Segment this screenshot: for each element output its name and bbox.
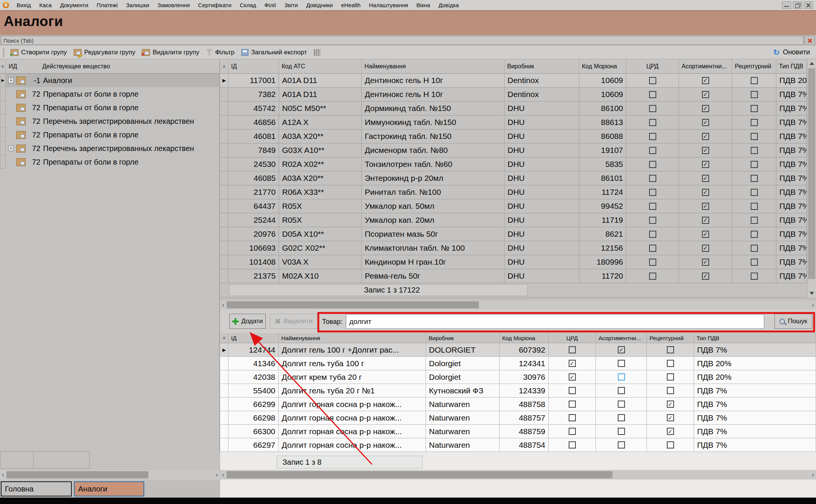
- menu-item-14[interactable]: Довідка: [434, 0, 463, 10]
- menu-item-4[interactable]: Залишки: [122, 0, 154, 10]
- menu-item-11[interactable]: eHealth: [337, 0, 365, 10]
- crd-checkbox[interactable]: [649, 273, 656, 280]
- main-col-header-0[interactable]: ІД: [228, 59, 279, 73]
- prescription-checkbox[interactable]: [751, 91, 758, 98]
- crd-checkbox[interactable]: [569, 401, 576, 408]
- bottom-col-header-4[interactable]: ЦРД: [549, 333, 596, 343]
- assortment-checkbox[interactable]: ✓: [702, 189, 709, 196]
- toolbar-button-filter[interactable]: Фільтр: [203, 47, 238, 58]
- assortment-checkbox[interactable]: [618, 387, 625, 394]
- assortment-checkbox[interactable]: ✓: [702, 259, 709, 266]
- scroll-thumb[interactable]: [227, 301, 479, 308]
- toolbar-button-columns[interactable]: [310, 47, 324, 58]
- scroll-right-button[interactable]: ›: [810, 470, 816, 479]
- prescription-checkbox[interactable]: ✓: [667, 428, 674, 435]
- toolbar-button-create-group[interactable]: Створити групу: [7, 47, 70, 58]
- main-col-header-6[interactable]: Асортиментни...: [679, 59, 732, 73]
- assortment-checkbox[interactable]: [618, 360, 625, 367]
- scroll-right-button[interactable]: ›: [810, 300, 816, 310]
- tab-1[interactable]: Аналоги: [74, 481, 144, 496]
- search-button[interactable]: Пошук: [774, 314, 812, 329]
- crd-checkbox[interactable]: [649, 259, 656, 266]
- search-input[interactable]: [1, 36, 804, 45]
- tree-row[interactable]: 72Препараты от боли в горле: [0, 87, 219, 101]
- menu-item-3[interactable]: Платежі: [93, 0, 122, 10]
- crd-checkbox[interactable]: [649, 77, 656, 84]
- main-table-row[interactable]: 25244R05XУмкалор кап. 20млDHU11719✓ПДВ 7…: [220, 213, 816, 227]
- tab-0[interactable]: Головна: [1, 481, 72, 496]
- main-table-row[interactable]: 106693G02C X02**Климактоплан табл. № 100…: [220, 241, 816, 255]
- refresh-button[interactable]: ↻ Оновити: [773, 48, 816, 57]
- tree-row[interactable]: ▶+-1Аналоги: [0, 74, 219, 87]
- bottom-table-row[interactable]: 66298Долгит горная сосна р-р накож...Nat…: [220, 411, 816, 425]
- menu-item-12[interactable]: Налаштування: [365, 0, 412, 10]
- menu-item-0[interactable]: Вихід: [12, 0, 35, 10]
- assortment-checkbox[interactable]: ✓: [618, 346, 625, 353]
- crd-checkbox[interactable]: [649, 105, 656, 112]
- crd-checkbox[interactable]: [569, 387, 576, 394]
- tree-horizontal-scrollbar[interactable]: ‹ ›: [0, 470, 220, 479]
- menu-item-1[interactable]: Каса: [35, 0, 56, 10]
- crd-checkbox[interactable]: ✓: [569, 373, 576, 381]
- crd-checkbox[interactable]: [649, 175, 656, 182]
- assortment-checkbox[interactable]: ✓: [702, 273, 709, 280]
- main-col-header-7[interactable]: Рецептурний: [732, 59, 776, 73]
- prescription-checkbox[interactable]: [667, 387, 674, 394]
- menu-item-6[interactable]: Сертифікати: [194, 0, 236, 10]
- bottom-col-header-1[interactable]: Найменування: [279, 333, 426, 343]
- crd-checkbox[interactable]: [649, 189, 656, 196]
- menu-item-9[interactable]: Звіти: [280, 0, 302, 10]
- prescription-checkbox[interactable]: [667, 346, 674, 353]
- crd-checkbox[interactable]: [649, 133, 656, 140]
- prescription-checkbox[interactable]: [751, 245, 758, 252]
- assortment-checkbox[interactable]: [618, 401, 625, 408]
- bottom-table-row[interactable]: 41346Долгит гель туба 100 гDolorgiet1243…: [220, 357, 816, 370]
- scroll-left-button[interactable]: ‹: [220, 300, 226, 310]
- menu-item-7[interactable]: Склад: [236, 0, 260, 10]
- prescription-checkbox[interactable]: ✓: [667, 401, 674, 408]
- tree-row[interactable]: 72Препараты от боли в горле: [0, 155, 219, 169]
- bottom-table-row[interactable]: 66300Долгит горная сосна р-р накож...Nat…: [220, 425, 816, 438]
- assortment-checkbox[interactable]: ✓: [702, 105, 709, 112]
- crd-checkbox[interactable]: [569, 428, 576, 435]
- bottom-col-header-2[interactable]: Виробник: [426, 333, 500, 343]
- main-table-row[interactable]: ▶117001A01A D11Дентинокс гель Н 10гDenti…: [220, 74, 816, 88]
- prescription-checkbox[interactable]: [751, 231, 758, 238]
- crd-checkbox[interactable]: [649, 91, 656, 98]
- main-horizontal-scrollbar[interactable]: ‹ ›: [220, 300, 816, 310]
- crd-checkbox[interactable]: [649, 147, 656, 154]
- main-col-header-3[interactable]: Виробник: [504, 59, 579, 73]
- main-col-header-8[interactable]: Тип ПДВ: [776, 59, 807, 73]
- bottom-table-row[interactable]: ▶124744Долгит гель 100 г +Долгит рас...D…: [220, 343, 816, 357]
- assortment-checkbox[interactable]: [618, 414, 625, 421]
- tree-row[interactable]: 72Перечень зарегистрированных лекарствен: [0, 114, 219, 128]
- prescription-checkbox[interactable]: [751, 147, 758, 154]
- scroll-thumb[interactable]: [808, 68, 815, 279]
- main-table-row[interactable]: 64437R05XУмкалор кап. 50млDHU99452✓ПДВ 7…: [220, 199, 816, 213]
- crd-checkbox[interactable]: [649, 217, 656, 224]
- bottom-col-header-6[interactable]: Рецептурний: [647, 333, 694, 343]
- main-col-header-2[interactable]: Найменування: [362, 59, 504, 73]
- assortment-checkbox[interactable]: ✓: [702, 147, 709, 154]
- expand-plus-icon[interactable]: +: [6, 146, 16, 151]
- bottom-table-row[interactable]: 55400Долгит гель туба 20 г №1Кутновский …: [220, 384, 816, 398]
- assortment-checkbox[interactable]: [618, 441, 625, 449]
- crd-checkbox[interactable]: [569, 346, 576, 353]
- assortment-checkbox[interactable]: ✓: [702, 217, 709, 224]
- assortment-checkbox[interactable]: [618, 373, 625, 381]
- main-table-row[interactable]: 24530R02A X02**Тонзилотрен табл. №60DHU5…: [220, 157, 816, 171]
- scroll-thumb[interactable]: [227, 471, 612, 478]
- scroll-right-button[interactable]: ›: [214, 470, 220, 479]
- crd-checkbox[interactable]: ✓: [569, 360, 576, 367]
- main-table-row[interactable]: 21375M02A X10Ревма-гель 50гDHU11720✓ПДВ …: [220, 269, 816, 283]
- tree-row[interactable]: 72Препараты от боли в горле: [0, 101, 219, 114]
- assortment-checkbox[interactable]: ✓: [702, 175, 709, 182]
- main-table-row[interactable]: 101408V03A XКиндинорм Н гран.10гDHU18099…: [220, 255, 816, 269]
- restore-button[interactable]: [793, 2, 802, 9]
- prescription-checkbox[interactable]: [751, 119, 758, 126]
- menu-item-5[interactable]: Замовлення: [153, 0, 194, 10]
- product-search-input[interactable]: [346, 314, 764, 329]
- prescription-checkbox[interactable]: [751, 105, 758, 112]
- assortment-checkbox[interactable]: ✓: [702, 245, 709, 252]
- main-table-row[interactable]: 46085A03A X20**Энтерокинд р-р 20млDHU861…: [220, 171, 816, 185]
